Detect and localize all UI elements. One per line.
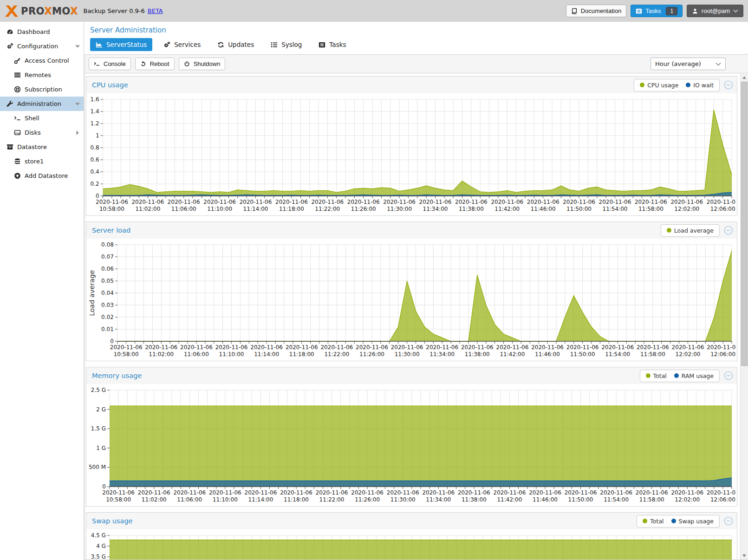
chart-legend: Load average xyxy=(661,224,720,237)
legend-item-io-wait[interactable]: IO wait xyxy=(686,82,714,89)
tab-serverstatus[interactable]: ServerStatus xyxy=(90,38,152,51)
svg-text:11:06:00: 11:06:00 xyxy=(171,206,196,212)
vertical-scrollbar[interactable] xyxy=(740,73,748,560)
svg-text:11:38:00: 11:38:00 xyxy=(459,206,484,212)
cpu-usage-chart: 00.20.40.60.811.21.41.62020-11-0610:58:0… xyxy=(86,93,737,215)
database-icon xyxy=(13,158,21,165)
user-icon xyxy=(692,8,698,14)
svg-text:11:58:00: 11:58:00 xyxy=(638,206,663,212)
dashboard-icon xyxy=(6,28,13,36)
logo-wordmark: PROXMOX xyxy=(21,6,78,17)
svg-text:2020-11-06: 2020-11-06 xyxy=(387,489,419,496)
legend-dot-icon xyxy=(643,519,647,523)
tab-syslog[interactable]: Syslog xyxy=(265,38,307,51)
svg-text:2020-11-06: 2020-11-06 xyxy=(316,489,348,496)
svg-text:2020-11-06: 2020-11-06 xyxy=(138,489,170,496)
console-button[interactable]: Console xyxy=(89,58,131,70)
collapse-panel-icon[interactable] xyxy=(724,80,733,90)
collapse-panel-icon[interactable] xyxy=(724,226,733,235)
sidebar-item-access-control[interactable]: Access Control xyxy=(0,53,84,68)
sidebar-item-shell[interactable]: Shell xyxy=(0,111,84,125)
sidebar-item-add-datastore[interactable]: Add Datastore xyxy=(0,169,84,183)
collapse-caret-icon[interactable] xyxy=(75,102,80,106)
svg-text:11:50:00: 11:50:00 xyxy=(568,496,593,503)
svg-text:2020-11-06: 2020-11-06 xyxy=(173,489,206,496)
svg-text:2020-11-06: 2020-11-06 xyxy=(637,344,669,351)
svg-text:11:38:00: 11:38:00 xyxy=(462,496,487,503)
svg-text:11:02:00: 11:02:00 xyxy=(135,206,160,212)
sidebar-item-remotes[interactable]: Remotes xyxy=(0,68,84,82)
collapse-panel-icon[interactable] xyxy=(724,516,733,526)
sidebar-item-dashboard[interactable]: Dashboard xyxy=(0,25,84,39)
svg-text:10:58:00: 10:58:00 xyxy=(99,206,124,212)
svg-text:2020-11-06: 2020-11-06 xyxy=(599,199,631,205)
legend-dot-icon xyxy=(640,83,644,87)
svg-text:11:54:00: 11:54:00 xyxy=(603,206,628,212)
time-range-select[interactable]: Hour (average) xyxy=(650,58,726,70)
panel-title: Server load xyxy=(92,227,661,234)
svg-text:0.07: 0.07 xyxy=(101,254,114,260)
svg-text:11:38:00: 11:38:00 xyxy=(465,351,490,358)
svg-text:12:02:00: 12:02:00 xyxy=(675,496,700,503)
expand-caret-icon[interactable] xyxy=(75,130,80,135)
legend-item-ram-usage[interactable]: RAM usage xyxy=(674,372,714,379)
sidebar-item-disks[interactable]: Disks xyxy=(0,125,84,140)
sidebar-item-label: Datastore xyxy=(17,143,47,150)
collapse-panel-icon[interactable] xyxy=(724,371,733,380)
legend-label: RAM usage xyxy=(682,372,714,379)
svg-text:11:14:00: 11:14:00 xyxy=(248,496,273,503)
legend-item-swap-usage[interactable]: Swap usage xyxy=(671,518,714,525)
svg-text:0.8: 0.8 xyxy=(91,144,99,151)
scroll-up-arrow[interactable] xyxy=(741,73,748,81)
legend-label: Swap usage xyxy=(679,518,714,525)
sidebar-item-datastore[interactable]: Datastore xyxy=(0,140,84,154)
shutdown-button[interactable]: Shutdown xyxy=(179,58,226,70)
tab-tasks[interactable]: Tasks xyxy=(313,38,351,51)
scroll-down-arrow[interactable] xyxy=(741,552,748,560)
beta-link[interactable]: BETA xyxy=(148,7,163,14)
svg-text:2020-11-06: 2020-11-06 xyxy=(215,344,248,351)
legend-item-load-average[interactable]: Load average xyxy=(667,227,714,234)
svg-text:2020-11-06: 2020-11-06 xyxy=(275,199,308,205)
svg-text:11:42:00: 11:42:00 xyxy=(494,206,520,212)
collapse-caret-icon[interactable] xyxy=(75,44,80,49)
legend-item-total[interactable]: Total xyxy=(643,518,663,525)
terminal-icon xyxy=(13,115,21,122)
sidebar-item-configuration[interactable]: Configuration xyxy=(0,39,84,53)
task-list-icon xyxy=(636,8,642,14)
scroll-thumb[interactable] xyxy=(741,82,748,366)
panel-header: Memory usageTotalRAM usage xyxy=(86,367,737,384)
svg-text:11:10:00: 11:10:00 xyxy=(213,496,238,503)
svg-text:12:02:00: 12:02:00 xyxy=(674,206,699,212)
svg-text:2020-11-06: 2020-11-06 xyxy=(636,489,668,496)
svg-text:2020-11-06: 2020-11-06 xyxy=(250,344,283,351)
sidebar-item-subscription[interactable]: Subscription xyxy=(0,82,84,97)
svg-text:11:30:00: 11:30:00 xyxy=(387,206,412,212)
svg-text:2020-11-06: 2020-11-06 xyxy=(494,489,526,496)
book-icon xyxy=(571,8,578,14)
tasks-button[interactable]: Tasks 1 xyxy=(631,5,683,17)
svg-text:1.5 G: 1.5 G xyxy=(91,425,106,432)
legend-item-total[interactable]: Total xyxy=(646,372,667,379)
sidebar-item-label: Configuration xyxy=(17,43,58,50)
archive-icon xyxy=(6,143,13,151)
sidebar-item-store1[interactable]: store1 xyxy=(0,154,84,169)
svg-text:2020-11-06: 2020-11-06 xyxy=(422,489,455,496)
sidebar-item-administration[interactable]: Administration xyxy=(0,97,84,111)
svg-text:0.08: 0.08 xyxy=(101,241,114,248)
tab-updates[interactable]: Updates xyxy=(212,38,260,51)
svg-text:2020-11-06: 2020-11-06 xyxy=(563,199,595,205)
svg-text:11:42:00: 11:42:00 xyxy=(500,351,525,358)
svg-text:11:14:00: 11:14:00 xyxy=(243,206,268,212)
charts-list: CPU usageCPU usageIO wait00.20.40.60.811… xyxy=(85,73,740,560)
svg-text:0.02: 0.02 xyxy=(101,314,114,320)
reboot-button[interactable]: Reboot xyxy=(135,58,175,70)
panel-title: Swap usage xyxy=(92,517,637,525)
tab-services[interactable]: Services xyxy=(158,38,206,51)
app-header: PROXMOX Backup Server 0.9-6 BETA Documen… xyxy=(0,0,748,22)
legend-item-cpu-usage[interactable]: CPU usage xyxy=(640,82,678,89)
svg-text:12:06:00: 12:06:00 xyxy=(710,206,735,212)
documentation-button[interactable]: Documentation xyxy=(566,5,626,17)
user-menu-button[interactable]: root@pam xyxy=(687,5,743,17)
legend-label: IO wait xyxy=(693,82,714,89)
